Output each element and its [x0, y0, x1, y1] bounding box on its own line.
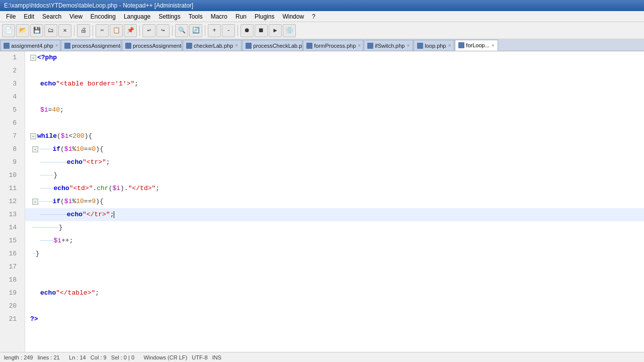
tab-loop[interactable]: loop.php ×	[414, 40, 454, 51]
var-i-while: $i	[61, 130, 69, 143]
num-10-8: 10	[76, 143, 84, 156]
tab-label-loop: loop.php	[425, 43, 446, 49]
linenum-8: 8	[0, 143, 21, 156]
tab-label-processchecklab: processCheckLab.php	[253, 43, 302, 49]
tab-formprocess[interactable]: formProcess.php ×	[303, 40, 363, 51]
save-all-button[interactable]: 🗂	[44, 24, 57, 37]
tab-ifswitch[interactable]: ifSwitch.php ×	[364, 40, 413, 51]
menu-plugins[interactable]: Plugins	[251, 12, 278, 21]
tab-close-ifswitch[interactable]: ×	[407, 43, 410, 48]
var-i-12: $i	[64, 195, 72, 208]
linenum-7: 7	[0, 130, 21, 143]
tab-checkerlab[interactable]: checkerLab.php ×	[183, 40, 242, 51]
linenum-16: 16	[0, 247, 21, 260]
fn-chr: chr	[97, 182, 108, 195]
tab-icon-processchecklab	[246, 43, 252, 49]
var-i-8: $i	[64, 143, 72, 156]
zoom-in-button[interactable]: +	[208, 24, 221, 37]
paste-button[interactable]: 📌	[124, 24, 137, 37]
tab-close-forloop[interactable]: ×	[492, 43, 495, 48]
linenum-10: 10	[0, 169, 21, 182]
tab-close-formprocess[interactable]: ×	[358, 43, 361, 48]
status-text: length : 249 lines : 21 Ln : 14 Col : 9 …	[4, 354, 221, 360]
close-brace-14: }	[59, 221, 63, 234]
code-line-21: ?>	[25, 313, 644, 326]
close-brace-16: }	[36, 247, 40, 260]
macro-stop-button[interactable]: ⏹	[255, 24, 268, 37]
menu-macro[interactable]: Macro	[207, 12, 231, 21]
redo-button[interactable]: ↪	[156, 24, 170, 37]
code-area[interactable]: - <?php echo "<table border='1'>" ; $i =…	[25, 51, 644, 352]
menu-view[interactable]: View	[65, 12, 87, 21]
code-line-5: $i = 40 ;	[25, 104, 644, 117]
tab-icon-formprocess	[306, 43, 312, 49]
cut-button[interactable]: ✂	[96, 24, 109, 37]
tab-forloop[interactable]: forLoop... ×	[455, 40, 498, 51]
tab-close-checkerlab[interactable]: ×	[235, 43, 238, 48]
tab-processchecklab[interactable]: processCheckLab.php ×	[242, 40, 302, 51]
paren-while-open: (	[57, 130, 61, 143]
open-button[interactable]: 📂	[16, 24, 29, 37]
menu-help[interactable]: ?	[308, 12, 319, 21]
print-button[interactable]: 🖨	[77, 24, 90, 37]
tab-icon-forloop	[458, 42, 464, 48]
undo-button[interactable]: ↩	[142, 24, 155, 37]
indent-13b: ────	[53, 208, 66, 221]
tab-processassignment4bad[interactable]: processAssignment4Bad.php ×	[122, 40, 182, 51]
paren-chr-open: (	[109, 182, 113, 195]
code-line-17	[25, 260, 644, 274]
tab-close-assignment4[interactable]: ×	[55, 43, 58, 48]
replace-button[interactable]: 🔄	[189, 24, 202, 37]
menu-edit[interactable]: Edit	[20, 12, 38, 21]
new-button[interactable]: 📄	[2, 24, 15, 37]
menu-encoding[interactable]: Encoding	[87, 12, 120, 21]
menu-language[interactable]: Language	[120, 12, 154, 21]
menu-settings[interactable]: Settings	[154, 12, 184, 21]
tab-label-assignment4: assignment4.php	[11, 43, 53, 49]
code-line-7: - while ( $i < 200 ) {	[25, 130, 644, 143]
paren-if8-open: (	[60, 143, 64, 156]
linenum-13: 13	[0, 208, 21, 221]
kw-if-12: if	[52, 195, 60, 208]
tab-close-loop[interactable]: ×	[448, 43, 451, 48]
linenum-1: 1	[0, 51, 21, 64]
php-close-tag: ?>	[30, 313, 38, 326]
num-0-8: 0	[92, 143, 96, 156]
collapse-7[interactable]: -	[30, 133, 36, 139]
menu-run[interactable]: Run	[231, 12, 251, 21]
indent-9a: ────	[40, 156, 53, 169]
indent-10a: ────	[40, 169, 53, 182]
zoom-out-button[interactable]: -	[222, 24, 235, 37]
var-i-11: $i	[112, 182, 120, 195]
linenum-6: 6	[0, 117, 21, 130]
collapse-8[interactable]: -	[32, 146, 38, 152]
find-button[interactable]: 🔍	[175, 24, 188, 37]
macro-record-button[interactable]: ⏺	[240, 24, 254, 37]
str-td-close: "</td>"	[128, 182, 156, 195]
macro-save-button[interactable]: 💿	[283, 24, 296, 37]
code-line-19: echo "</table>" ;	[25, 287, 644, 300]
tab-label-formprocess: formProcess.php	[314, 43, 356, 49]
var-i-15: $i	[53, 234, 61, 247]
close-button[interactable]: ✕	[58, 24, 71, 37]
tabs-bar: assignment4.php × processAssignment4.php…	[0, 39, 644, 51]
menu-file[interactable]: File	[2, 12, 20, 21]
collapse-12[interactable]: -	[32, 199, 38, 205]
macro-play-button[interactable]: ▶	[269, 24, 282, 37]
indent-11a: ────	[40, 182, 53, 195]
separator-4	[172, 25, 173, 36]
tab-assignment4[interactable]: assignment4.php ×	[0, 40, 60, 51]
collapse-1[interactable]: -	[30, 55, 36, 61]
indent-9b: ────	[53, 156, 66, 169]
menu-bar: File Edit Search View Encoding Language …	[0, 11, 644, 22]
menu-tools[interactable]: Tools	[185, 12, 207, 21]
tab-icon-ifswitch	[367, 43, 373, 49]
menu-search[interactable]: Search	[38, 12, 65, 21]
save-button[interactable]: 💾	[30, 24, 43, 37]
semi-13: ;	[110, 208, 114, 221]
copy-button[interactable]: 📋	[110, 24, 123, 37]
var-i-assign: $i	[40, 104, 48, 117]
tab-processassignment4[interactable]: processAssignment4.php ×	[61, 40, 121, 51]
menu-window[interactable]: Window	[278, 12, 308, 21]
cursor	[114, 211, 114, 218]
